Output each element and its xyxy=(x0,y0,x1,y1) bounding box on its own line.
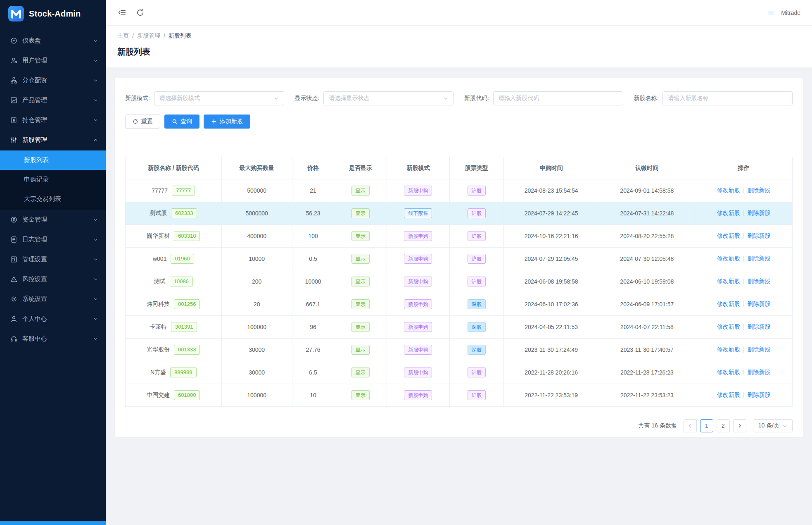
action-divider: | xyxy=(743,255,745,262)
edit-stock-link[interactable]: 修改新股 xyxy=(717,210,740,216)
reset-button[interactable]: 重置 xyxy=(125,115,160,129)
sidebar-item-label: 资金管理 xyxy=(22,216,93,224)
stock-code-badge: 001256 xyxy=(174,299,200,309)
sidebar-item[interactable]: 管理设置 xyxy=(0,249,106,269)
subscribe-time: 2024-10-16 22:21:16 xyxy=(503,225,599,248)
table-row: 光华股份0013333000027.76显示新股申购深股2023-11-30 1… xyxy=(126,339,793,361)
chevron-down-icon xyxy=(93,117,98,122)
price: 10 xyxy=(292,384,334,407)
position-icon xyxy=(10,116,17,124)
delete-stock-link[interactable]: 删除新股 xyxy=(747,323,770,330)
subscribe-time: 2023-11-30 17:24:49 xyxy=(503,339,599,361)
search-button[interactable]: 查询 xyxy=(164,115,199,129)
delete-stock-link[interactable]: 删除新股 xyxy=(747,391,770,398)
visible-badge: 显示 xyxy=(351,322,370,332)
sidebar-subitem[interactable]: 新股列表 xyxy=(0,150,106,170)
edit-stock-link[interactable]: 修改新股 xyxy=(717,346,740,353)
edit-stock-link[interactable]: 修改新股 xyxy=(717,232,740,239)
system-settings-icon xyxy=(10,295,17,303)
add-stock-button[interactable]: 添加新股 xyxy=(204,115,250,129)
breadcrumb-item[interactable]: 主页 xyxy=(117,32,129,40)
filter-select[interactable]: 请选择显示状态 xyxy=(323,91,453,105)
edit-stock-link[interactable]: 修改新股 xyxy=(717,391,740,398)
stock-type-badge: 深股 xyxy=(468,345,486,355)
max-buy-qty: 30000 xyxy=(221,339,292,361)
filter-select[interactable]: 请选择新股模式 xyxy=(154,91,284,105)
edit-stock-link[interactable]: 修改新股 xyxy=(717,369,740,375)
stock-name: 炜冈科技 xyxy=(147,301,170,308)
sidebar-item[interactable]: 产品管理 xyxy=(0,90,106,110)
sidebar-item-label: 分仓配资 xyxy=(22,76,93,84)
chevron-down-icon xyxy=(93,277,98,282)
sidebar-item-label: 日志管理 xyxy=(22,236,93,243)
stock-code-badge: 602333 xyxy=(171,208,197,218)
next-page-button[interactable] xyxy=(733,419,746,432)
sidebar-item[interactable]: 分仓配资 xyxy=(0,70,106,90)
sidebar-item[interactable]: 风控设置 xyxy=(0,269,106,289)
edit-stock-link[interactable]: 修改新股 xyxy=(717,301,740,307)
chevron-down-icon xyxy=(93,237,98,242)
user-menu[interactable]: Mitrade xyxy=(765,7,800,19)
ipo-mode-badge: 线下配售 xyxy=(404,208,432,218)
delete-stock-link[interactable]: 删除新股 xyxy=(747,278,770,284)
product-icon xyxy=(10,96,17,104)
page-number-button[interactable]: 1 xyxy=(700,419,713,432)
sidebar-item[interactable]: 资金管理 xyxy=(0,210,106,229)
sidebar-item-label: 风控设置 xyxy=(22,275,93,283)
sidebar-item[interactable]: 客服中心 xyxy=(0,329,106,348)
sidebar-item-label: 持仓管理 xyxy=(22,116,93,124)
breadcrumb-item[interactable]: 新股管理 xyxy=(137,32,160,40)
filter-group: 显示状态:请选择显示状态 xyxy=(295,91,454,105)
stock-code-badge: 001333 xyxy=(174,345,200,355)
sidebar-item[interactable]: 日志管理 xyxy=(0,229,106,249)
sidebar-item[interactable]: 用户管理 xyxy=(0,50,106,70)
main-area: Mitrade 主页/新股管理/新股列表 新股列表 新股模式:请选择新股模式显示… xyxy=(106,0,812,525)
subscribe-time: 2024-07-29 12:05:45 xyxy=(503,248,599,270)
sidebar-item[interactable]: 个人中心 xyxy=(0,309,106,329)
filter-group: 新股模式:请选择新股模式 xyxy=(125,91,284,105)
edit-stock-link[interactable]: 修改新股 xyxy=(717,278,740,284)
sidebar-subitem[interactable]: 大宗交易列表 xyxy=(0,189,106,209)
org-icon xyxy=(10,76,17,84)
sidebar: Stock-Admin 仪表盘用户管理分仓配资产品管理持仓管理新股管理新股列表申… xyxy=(0,0,106,525)
pay-time: 2022-11-28 17:26:23 xyxy=(599,361,695,384)
max-buy-qty: 200 xyxy=(221,270,292,293)
sidebar-item[interactable]: 持仓管理 xyxy=(0,110,106,130)
table-row: 卡莱特30139110000096显示新股申购深股2024-04-05 22:1… xyxy=(126,316,793,339)
delete-stock-link[interactable]: 删除新股 xyxy=(747,369,770,375)
delete-stock-link[interactable]: 删除新股 xyxy=(747,301,770,307)
edit-stock-link[interactable]: 修改新股 xyxy=(717,323,740,330)
delete-stock-link[interactable]: 删除新股 xyxy=(747,187,770,193)
sidebar-item[interactable]: 新股管理 xyxy=(0,130,106,150)
delete-stock-link[interactable]: 删除新股 xyxy=(747,346,770,353)
sidebar-item[interactable]: 系统设置 xyxy=(0,289,106,309)
table-row: 测试股602333500000056.23显示线下配售沪股2024-07-29 … xyxy=(126,202,793,225)
ipo-mode-badge: 新股申购 xyxy=(404,368,432,377)
page-number-button[interactable]: 2 xyxy=(717,419,730,432)
menu-fold-icon[interactable] xyxy=(117,8,126,17)
placeholder-text: 请选择新股模式 xyxy=(159,95,200,102)
prev-page-button[interactable] xyxy=(684,419,697,432)
refresh-icon[interactable] xyxy=(135,8,145,17)
sidebar-item-label: 管理设置 xyxy=(22,255,93,263)
stock-type-badge: 沪股 xyxy=(468,368,486,377)
column-header: 股票类型 xyxy=(449,157,503,179)
delete-stock-link[interactable]: 删除新股 xyxy=(747,232,770,239)
chevron-right-icon xyxy=(737,423,742,428)
filter-input[interactable]: 请输入新股代码 xyxy=(493,91,623,105)
subscribe-time: 2024-06-10 17:02:36 xyxy=(503,293,599,316)
delete-stock-link[interactable]: 删除新股 xyxy=(747,255,770,262)
sidebar-subitem[interactable]: 申购记录 xyxy=(0,170,106,189)
breadcrumb-separator: / xyxy=(132,33,134,39)
filter-bar: 新股模式:请选择新股模式显示状态:请选择显示状态新股代码:请输入新股代码新股名称… xyxy=(125,91,793,105)
ipo-mode-badge: 新股申购 xyxy=(404,277,432,286)
page-size-select[interactable]: 10 条/页 xyxy=(753,419,793,432)
sidebar-item[interactable]: 仪表盘 xyxy=(0,31,106,50)
edit-stock-link[interactable]: 修改新股 xyxy=(717,255,740,262)
delete-stock-link[interactable]: 删除新股 xyxy=(747,210,770,216)
filter-input[interactable]: 请输入新股名称 xyxy=(662,91,793,105)
sidebar-item-label: 系统设置 xyxy=(22,295,93,303)
edit-stock-link[interactable]: 修改新股 xyxy=(717,187,740,193)
subscribe-time: 2024-04-05 22:11:53 xyxy=(503,316,599,339)
sidebar-item-label: 仪表盘 xyxy=(22,37,93,45)
